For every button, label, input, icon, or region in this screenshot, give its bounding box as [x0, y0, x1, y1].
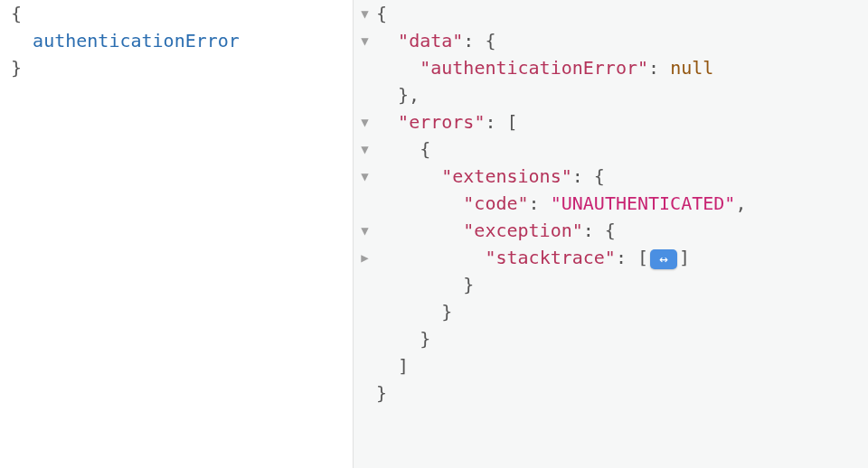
key-errors: "errors": [398, 111, 485, 133]
punct: ]: [679, 247, 690, 268]
brace-close: }: [11, 57, 22, 79]
brace-open: {: [376, 3, 387, 24]
punct: :: [529, 192, 551, 214]
punct: ]: [376, 355, 409, 377]
punct: : [: [485, 111, 517, 133]
indent: [11, 30, 33, 51]
key-extensions: "extensions": [441, 165, 572, 187]
response-code[interactable]: { "data": { "authenticationError": null …: [376, 0, 868, 468]
value-unauthenticated: "UNAUTHENTICATED": [551, 192, 736, 214]
brace-open: {: [11, 3, 22, 24]
key-exception: "exception": [463, 220, 582, 241]
fold-widget-icon[interactable]: ↔: [650, 249, 677, 269]
fold-arrow-right-icon[interactable]: ▶: [354, 244, 376, 271]
fold-arrow-down-icon[interactable]: ▼: [354, 136, 376, 163]
fold-arrow-down-icon[interactable]: ▼: [354, 163, 376, 190]
punct: : [: [616, 247, 648, 268]
punct: }: [376, 301, 452, 323]
gutter-spacer: [354, 190, 376, 217]
punct: },: [376, 84, 420, 106]
brace-close: }: [376, 382, 387, 404]
key-stacktrace: "stacktrace": [485, 247, 616, 268]
fold-arrow-down-icon[interactable]: ▼: [354, 217, 376, 244]
punct: }: [376, 328, 430, 350]
key-code: "code": [463, 192, 528, 214]
fold-arrow-down-icon[interactable]: ▼: [354, 0, 376, 27]
response-panel: ▼ ▼ ▼ ▼ ▼ ▼ ▶ { "data": { "authenticatio…: [353, 0, 868, 468]
fold-arrow-down-icon[interactable]: ▼: [354, 27, 376, 54]
punct: ,: [735, 192, 746, 214]
value-null: null: [670, 57, 713, 79]
query-editor-panel[interactable]: { authenticationError }: [0, 0, 353, 468]
gutter-spacer: [354, 81, 376, 108]
key-authenticationError: "authenticationError": [420, 57, 648, 79]
gutter-spacer: [354, 54, 376, 81]
punct: : {: [463, 30, 495, 51]
key-data: "data": [398, 30, 463, 51]
fold-arrow-down-icon[interactable]: ▼: [354, 108, 376, 136]
punct: }: [376, 274, 474, 295]
fold-gutter: ▼ ▼ ▼ ▼ ▼ ▼ ▶: [354, 0, 376, 468]
punct: : {: [572, 165, 605, 187]
punct: {: [376, 138, 430, 160]
punct: : {: [583, 220, 616, 241]
query-field-authenticationError: authenticationError: [33, 30, 240, 51]
punct: :: [648, 57, 670, 79]
